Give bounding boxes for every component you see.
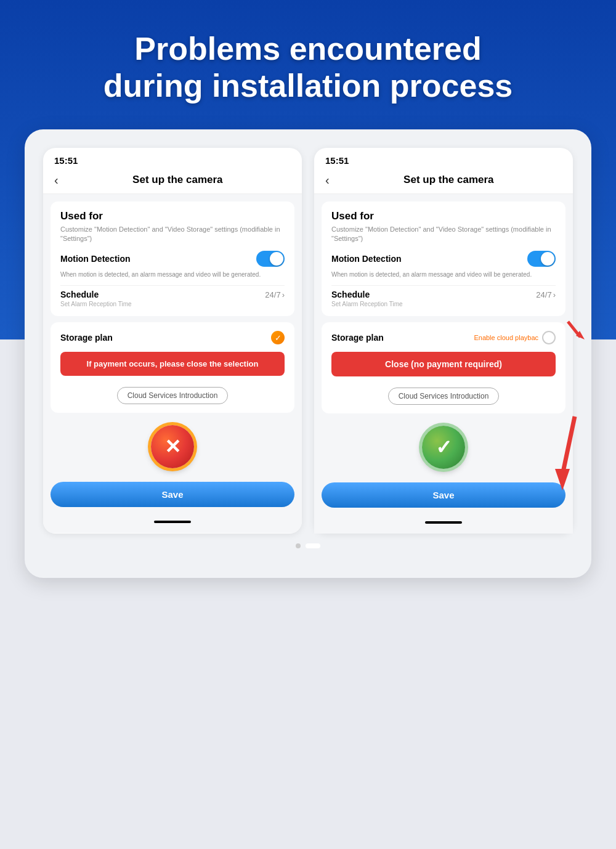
- left-used-for-subtitle: Customize "Motion Detection" and "Video …: [60, 225, 285, 244]
- right-status-bar: 15:51: [314, 148, 573, 169]
- left-back-arrow-icon[interactable]: ‹: [54, 173, 59, 187]
- right-nav-title: Set up the camera: [336, 174, 562, 186]
- left-motion-desc: When motion is detected, an alarm messag…: [60, 270, 285, 279]
- right-cloud-intro-btn[interactable]: Cloud Services Introduction: [388, 388, 500, 405]
- right-schedule-value[interactable]: 24/7 ›: [536, 290, 556, 299]
- right-motion-desc: When motion is detected, an alarm messag…: [331, 270, 556, 279]
- right-home-indicator: [425, 521, 462, 524]
- right-close-banner[interactable]: Close (no payment required): [331, 352, 556, 376]
- left-used-for-title: Used for: [60, 210, 285, 222]
- right-schedule-sub: Set Alarm Reception Time: [331, 301, 556, 307]
- right-back-arrow-icon[interactable]: ‹: [325, 173, 330, 187]
- left-used-for-card: Used for Customize "Motion Detection" an…: [51, 201, 294, 317]
- right-motion-toggle[interactable]: [527, 251, 556, 267]
- right-storage-card: Storage plan Enable cloud playbac: [322, 322, 565, 413]
- left-schedule-value[interactable]: 24/7 ›: [265, 290, 285, 299]
- dot-indicators: [43, 534, 573, 553]
- left-status-x-icon: ✕: [151, 425, 194, 468]
- left-schedule-sub: Set Alarm Reception Time: [60, 301, 285, 307]
- right-used-for-title: Used for: [331, 210, 556, 222]
- left-save-button[interactable]: Save: [51, 482, 294, 507]
- main-title: Problems encountered during installation…: [37, 31, 579, 105]
- left-nav-title: Set up the camera: [65, 174, 291, 186]
- right-used-for-subtitle: Customize "Motion Detection" and "Video …: [331, 225, 556, 244]
- right-used-for-card: Used for Customize "Motion Detection" an…: [322, 201, 565, 317]
- right-phone-wrapper: 15:51 ‹ Set up the camera Used for Custo…: [314, 148, 573, 534]
- left-storage-card: Storage plan ✓ If payment occurs, please…: [51, 322, 294, 413]
- right-motion-detection-label: Motion Detection: [331, 254, 402, 264]
- svg-line-2: [562, 416, 575, 475]
- right-enable-cloud-text: Enable cloud playbac: [474, 334, 538, 341]
- right-save-button[interactable]: Save: [322, 482, 565, 508]
- left-storage-label: Storage plan: [60, 333, 113, 343]
- dot-inactive: [296, 543, 301, 548]
- left-phone-panel: 15:51 ‹ Set up the camera Used for Custo…: [43, 148, 302, 534]
- dot-active: [306, 543, 320, 548]
- left-motion-toggle[interactable]: [256, 251, 285, 267]
- right-phone-panel: 15:51 ‹ Set up the camera Used for Custo…: [314, 148, 573, 534]
- top-arrow-icon: [546, 319, 590, 349]
- right-status-check-icon: ✓: [422, 426, 465, 469]
- header-section: Problems encountered during installation…: [0, 0, 616, 129]
- svg-marker-3: [555, 469, 570, 490]
- content-card: 15:51 ‹ Set up the camera Used for Custo…: [25, 129, 591, 579]
- left-motion-detection-label: Motion Detection: [60, 254, 131, 264]
- bottom-arrow-icon: [532, 413, 593, 494]
- left-cloud-intro-btn[interactable]: Cloud Services Introduction: [117, 387, 229, 404]
- left-warning-banner: If payment occurs, please close the sele…: [60, 352, 285, 376]
- left-storage-checkmark-icon: ✓: [271, 331, 285, 344]
- left-schedule-label: Schedule: [60, 290, 99, 299]
- left-home-indicator: [154, 521, 191, 523]
- right-storage-label: Storage plan: [331, 333, 384, 343]
- right-nav-bar: ‹ Set up the camera: [314, 169, 573, 194]
- left-status-bar: 15:51: [43, 148, 302, 169]
- right-schedule-label: Schedule: [331, 290, 370, 299]
- left-nav-bar: ‹ Set up the camera: [43, 169, 302, 194]
